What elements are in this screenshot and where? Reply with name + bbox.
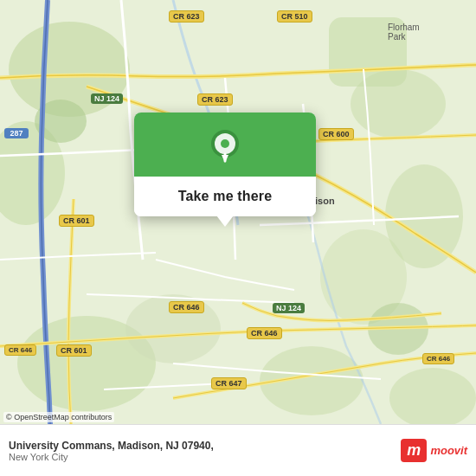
location-city: New York City <box>9 452 401 462</box>
moovit-m-letter: m <box>407 441 421 460</box>
location-name: University Commans, Madison, NJ 07940, <box>9 440 401 452</box>
moovit-logo: m moovit <box>401 439 467 462</box>
svg-point-15 <box>221 139 229 148</box>
popup-card: Take me there <box>134 113 316 216</box>
location-info: University Commans, Madison, NJ 07940, N… <box>9 440 401 462</box>
svg-marker-16 <box>222 155 228 163</box>
location-pin-icon <box>206 128 244 166</box>
take-me-there-button[interactable]: Take me there <box>134 177 316 216</box>
popup-green-header <box>134 113 316 177</box>
map-container: CR 623 CR 510 NJ 124 CR 623 CR 600 287 C… <box>0 0 476 424</box>
moovit-wordmark: moovit <box>430 444 467 457</box>
svg-point-10 <box>125 294 221 363</box>
bottom-bar: University Commans, Madison, NJ 07940, N… <box>0 424 476 476</box>
osm-attribution: © OpenStreetMap contributors <box>3 412 114 422</box>
popup-tail <box>216 215 234 227</box>
